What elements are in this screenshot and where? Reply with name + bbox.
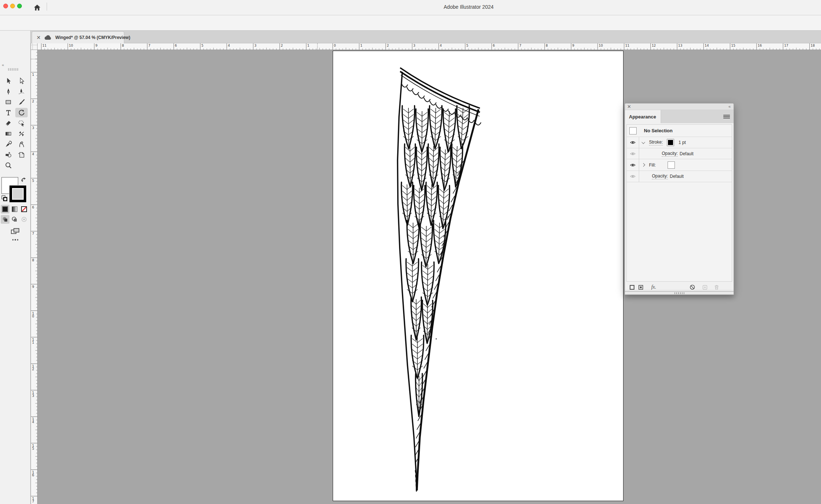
blend-tool-icon — [18, 141, 25, 148]
paint-none-button[interactable] — [20, 205, 28, 214]
document-tab[interactable]: ✕ Winged* @ 57.04 % (CMYK/Preview) — [32, 31, 124, 43]
tool-shape-builder[interactable] — [2, 150, 15, 160]
tool-direct-selection[interactable] — [15, 76, 28, 86]
ruler-origin-box[interactable] — [31, 43, 38, 50]
tool-selection[interactable] — [2, 76, 15, 86]
stroke-opacity-label[interactable]: Opacity: — [662, 151, 678, 157]
tool-pen[interactable] — [2, 87, 15, 96]
tool-eraser[interactable] — [2, 118, 15, 128]
draw-inside-button[interactable] — [20, 215, 28, 224]
no-selection-row[interactable]: No Selection — [627, 125, 732, 137]
stroke-attr-label[interactable]: Stroke: — [649, 140, 663, 145]
svg-text:8: 8 — [32, 258, 34, 262]
svg-text:4: 4 — [228, 44, 230, 47]
svg-text:3: 3 — [254, 44, 257, 47]
panel-resize-grip[interactable] — [625, 292, 734, 295]
tool-rotate[interactable] — [15, 108, 28, 117]
paint-style-row — [1, 205, 30, 214]
paint-color-button[interactable] — [1, 205, 9, 214]
minimize-window-button[interactable] — [10, 4, 15, 8]
add-new-fill-icon[interactable] — [636, 284, 645, 291]
fill-visibility-toggle[interactable] — [627, 163, 639, 168]
tool-curvature[interactable] — [15, 87, 28, 96]
add-new-effect-icon[interactable]: fx. — [649, 284, 658, 291]
svg-text:6: 6 — [175, 44, 177, 47]
svg-text:7: 7 — [148, 44, 150, 47]
close-panel-icon[interactable]: ✕ — [627, 104, 631, 109]
default-fill-stroke-icon[interactable] — [1, 195, 7, 201]
tool-lasso[interactable] — [15, 118, 28, 128]
svg-text:2: 2 — [387, 44, 389, 47]
fill-color-swatch[interactable] — [668, 161, 675, 169]
artboard[interactable] — [333, 51, 623, 501]
direct-selection-tool-icon — [18, 77, 25, 85]
type-tool-icon — [5, 109, 12, 116]
swap-fill-stroke-icon[interactable] — [21, 177, 27, 183]
eye-icon — [630, 140, 636, 145]
stroke-opacity-value: Default — [680, 151, 693, 156]
rotate-tool-icon — [18, 109, 25, 116]
stroke-proxy[interactable] — [9, 185, 26, 202]
svg-text:9: 9 — [32, 285, 34, 289]
fill-row[interactable]: Fill: — [627, 159, 732, 171]
appearance-panel-header[interactable]: ✕ « — [625, 103, 734, 110]
draw-behind-button[interactable] — [10, 215, 19, 224]
tool-artboard[interactable] — [15, 150, 28, 160]
tool-width[interactable] — [15, 129, 28, 138]
horizontal-ruler[interactable]: 1110987654321012345678910111213141516171… — [38, 43, 821, 50]
stroke-opacity-row[interactable]: Opacity: Default — [627, 148, 732, 159]
tool-gradient[interactable] — [2, 129, 15, 138]
svg-text:5: 5 — [32, 179, 34, 183]
panel-menu-icon[interactable] — [723, 115, 730, 118]
chevron-down-icon[interactable] — [642, 140, 645, 144]
fill-opacity-visibility-toggle[interactable] — [627, 174, 639, 179]
fill-opacity-row[interactable]: Opacity: Default — [627, 171, 732, 182]
svg-text:18: 18 — [811, 44, 815, 47]
home-icon — [33, 4, 41, 12]
edit-toolbar-button[interactable] — [11, 238, 20, 242]
fill-opacity-label[interactable]: Opacity: — [652, 173, 668, 179]
home-button[interactable] — [32, 3, 42, 12]
add-new-stroke-icon[interactable] — [628, 284, 636, 291]
delete-selected-item-icon[interactable] — [712, 284, 721, 291]
appearance-panel: ✕ « Appearance No Selection Stroke: 1 pt… — [625, 103, 734, 292]
stroke-visibility-toggle[interactable] — [627, 140, 639, 145]
clear-appearance-icon[interactable] — [688, 284, 697, 291]
duplicate-selected-item-icon[interactable] — [700, 284, 709, 291]
tools-panel-grip[interactable] — [8, 68, 20, 71]
tool-zoom[interactable] — [2, 161, 15, 170]
titlebar-separator — [47, 3, 47, 11]
svg-text:3: 3 — [32, 126, 34, 130]
eye-icon — [630, 174, 636, 179]
paint-gradient-button[interactable] — [10, 205, 19, 214]
collapse-tools-icon[interactable]: « — [2, 63, 4, 67]
drawing-modes-row — [1, 215, 30, 224]
svg-text:14: 14 — [705, 44, 709, 47]
vertical-ruler[interactable]: 1234567891011121314151617 — [31, 50, 38, 504]
zoom-window-button[interactable] — [17, 4, 22, 8]
panel-column-divider — [639, 137, 639, 182]
tool-type[interactable] — [2, 108, 15, 117]
tool-rectangle[interactable] — [2, 97, 15, 107]
selection-thumbnail — [629, 127, 637, 134]
svg-text:5: 5 — [202, 44, 204, 47]
fill-attr-label[interactable]: Fill: — [649, 163, 656, 168]
chevron-right-icon[interactable] — [642, 163, 645, 167]
screen-mode-button[interactable] — [10, 227, 21, 236]
svg-text:9: 9 — [572, 44, 574, 47]
close-tab-icon[interactable]: ✕ — [36, 35, 41, 40]
no-selection-label: No Selection — [644, 128, 673, 133]
draw-normal-button[interactable] — [1, 215, 9, 224]
stroke-color-swatch[interactable] — [667, 139, 674, 146]
tab-appearance[interactable]: Appearance — [625, 110, 661, 123]
tool-blend[interactable] — [15, 140, 28, 149]
tool-eyedropper[interactable] — [2, 140, 15, 149]
close-window-button[interactable] — [3, 4, 8, 8]
stroke-weight-text[interactable]: 1 pt — [679, 140, 686, 145]
stroke-row[interactable]: Stroke: 1 pt — [627, 137, 732, 148]
stroke-opacity-visibility-toggle[interactable] — [627, 151, 639, 156]
selection-tool-icon — [5, 77, 12, 85]
svg-text:0: 0 — [334, 44, 336, 47]
collapse-panel-icon[interactable]: « — [728, 104, 731, 109]
tool-paintbrush[interactable] — [15, 97, 28, 107]
